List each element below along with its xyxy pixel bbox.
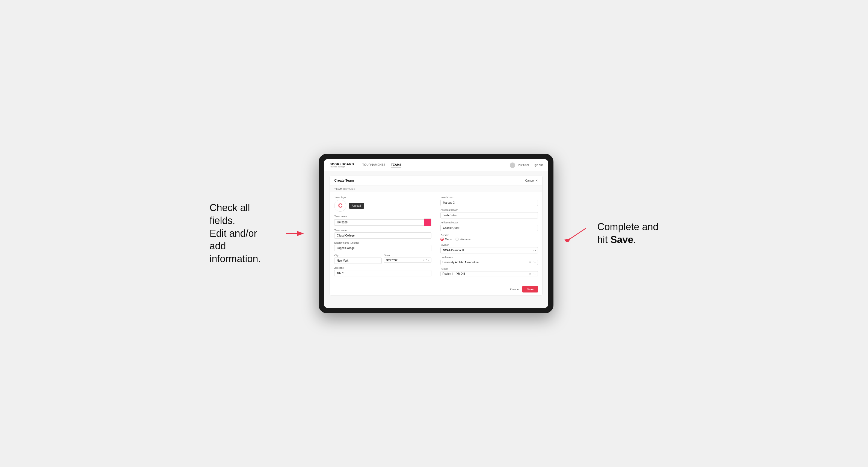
left-arrow-icon	[286, 228, 308, 239]
annotation-right-line3: .	[633, 234, 636, 245]
annotation-line3: information.	[210, 253, 261, 264]
division-select[interactable]: NCAA Division III	[440, 247, 538, 253]
state-group: State New York ✕ ⌃⌄	[384, 254, 431, 264]
sign-out-link[interactable]: Sign out	[533, 164, 543, 166]
city-input[interactable]	[334, 257, 382, 264]
logo-circle: C	[334, 199, 346, 212]
region-label: Region	[440, 268, 538, 270]
save-button[interactable]: Save	[522, 286, 538, 292]
head-coach-input[interactable]	[440, 199, 538, 206]
display-name-input[interactable]	[334, 245, 431, 251]
form-left: Team logo C Upload Team colo	[330, 192, 436, 283]
display-name-label: Display name (unique)	[334, 242, 431, 244]
conference-group: Conference University Athletic Associati…	[440, 256, 538, 265]
user-avatar	[510, 162, 515, 168]
conference-value: University Athletic Association	[442, 261, 528, 264]
form-title: Create Team	[334, 179, 353, 182]
division-select-wrapper: NCAA Division III ▲▼	[440, 247, 538, 253]
brand-sub: Powered by clippt	[330, 166, 354, 168]
logo-area: C Upload	[334, 199, 431, 212]
city-label: City	[334, 254, 382, 257]
head-coach-label: Head Coach	[440, 196, 538, 199]
team-colour-label: Team colour	[334, 215, 431, 218]
gender-label: Gender	[440, 234, 538, 237]
state-arrows-icon: ⌃⌄	[426, 259, 430, 261]
gender-mens-label: Mens	[445, 238, 451, 241]
gender-mens-option[interactable]: Mens	[440, 238, 451, 241]
annotation-line2: Edit and/or add	[210, 228, 257, 252]
right-arrow-icon	[564, 225, 586, 242]
region-value: Region II - (M) DIII	[442, 272, 528, 275]
head-coach-group: Head Coach	[440, 196, 538, 206]
annotation-right-line2: hit Save.	[597, 234, 636, 245]
athletic-director-label: Athletic Director	[440, 221, 538, 224]
state-clear-icon[interactable]: ✕	[423, 259, 425, 261]
cancel-top-label: Cancel	[525, 179, 534, 182]
form-footer: Cancel Save	[330, 283, 542, 295]
team-colour-input[interactable]	[334, 219, 424, 225]
nav-tournaments[interactable]: TOURNAMENTS	[362, 163, 385, 167]
cancel-top-button[interactable]: Cancel ✕	[525, 179, 538, 182]
conference-arrows-icon: ⌃⌄	[532, 261, 536, 263]
zip-input[interactable]	[334, 270, 431, 276]
tablet-screen: SCOREBOARD Powered by clippt TOURNAMENTS…	[324, 159, 548, 308]
gender-row: Mens Womens	[440, 238, 538, 241]
state-select[interactable]: New York ✕ ⌃⌄	[384, 257, 431, 263]
cancel-button[interactable]: Cancel	[510, 287, 519, 291]
region-arrows-icon: ⌃⌄	[532, 273, 536, 275]
conference-label: Conference	[440, 256, 538, 259]
gender-womens-option[interactable]: Womens	[456, 238, 470, 241]
team-name-group: Team name	[334, 229, 431, 239]
state-label: State	[384, 254, 431, 257]
navbar: SCOREBOARD Powered by clippt TOURNAMENTS…	[324, 159, 548, 171]
city-state-row: City State New York ✕ ⌃⌄	[334, 254, 431, 264]
color-field-wrapper	[334, 218, 431, 226]
team-colour-group: Team colour	[334, 215, 431, 226]
conference-clear-icon[interactable]: ✕	[529, 261, 531, 264]
logo-letter: C	[338, 202, 342, 209]
assistant-coach-input[interactable]	[440, 212, 538, 218]
tablet-frame: SCOREBOARD Powered by clippt TOURNAMENTS…	[319, 154, 554, 313]
nav-links: TOURNAMENTS TEAMS	[362, 163, 504, 167]
gender-mens-radio[interactable]	[440, 238, 444, 241]
team-logo-label: Team logo	[334, 196, 431, 199]
region-select[interactable]: Region II - (M) DIII ✕ ⌃⌄	[440, 271, 538, 276]
region-clear-icon[interactable]: ✕	[529, 272, 531, 275]
gender-womens-label: Womens	[460, 238, 470, 241]
division-group: Division NCAA Division III ▲▼	[440, 244, 538, 253]
nav-right: Test User | Sign out	[510, 162, 542, 168]
section-label: TEAM DETAILS	[330, 185, 542, 192]
upload-button[interactable]: Upload	[349, 203, 364, 209]
region-group: Region Region II - (M) DIII ✕ ⌃⌄	[440, 268, 538, 276]
display-name-group: Display name (unique)	[334, 242, 431, 251]
color-swatch[interactable]	[424, 218, 431, 226]
form-body: Team logo C Upload Team colo	[330, 192, 542, 283]
athletic-director-input[interactable]	[440, 225, 538, 231]
right-annotation: Complete and hit Save.	[597, 221, 658, 246]
city-group: City	[334, 254, 382, 264]
zip-label: Zip code	[334, 267, 431, 269]
athletic-director-group: Athletic Director	[440, 221, 538, 231]
team-logo-group: Team logo C Upload	[334, 196, 431, 212]
form-right: Head Coach Assistant Coach Athletic Dire…	[436, 192, 542, 283]
form-card: Create Team Cancel ✕ TEAM DETAILS	[330, 176, 542, 295]
close-icon: ✕	[535, 179, 538, 182]
gender-group: Gender Mens Womens	[440, 234, 538, 241]
brand: SCOREBOARD Powered by clippt	[330, 163, 354, 168]
gender-womens-radio[interactable]	[456, 238, 459, 241]
zip-group: Zip code	[334, 267, 431, 276]
division-label: Division	[440, 244, 538, 246]
main-content: Create Team Cancel ✕ TEAM DETAILS	[324, 171, 548, 308]
team-name-label: Team name	[334, 229, 431, 231]
assistant-coach-label: Assistant Coach	[440, 209, 538, 211]
user-name: Test User |	[518, 164, 530, 166]
annotation-right-line1: Complete and	[597, 221, 658, 232]
conference-select[interactable]: University Athletic Association ✕ ⌃⌄	[440, 260, 538, 265]
nav-teams[interactable]: TEAMS	[391, 163, 402, 167]
team-name-input[interactable]	[334, 232, 431, 239]
brand-name: SCOREBOARD	[330, 163, 354, 166]
svg-line-3	[570, 228, 586, 239]
assistant-coach-group: Assistant Coach	[440, 209, 538, 218]
annotation-save-bold: Save	[610, 234, 633, 245]
state-value: New York	[386, 259, 421, 261]
